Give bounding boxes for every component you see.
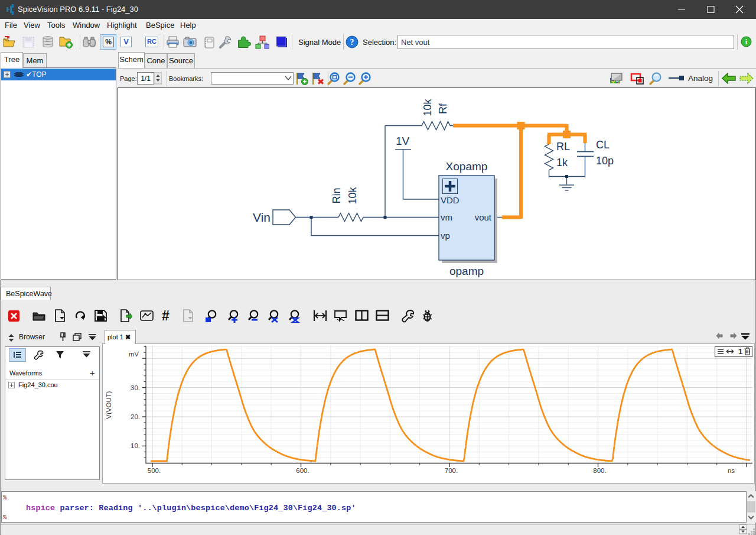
svg-text:1V: 1V	[396, 135, 410, 147]
svg-text:20.: 20.	[131, 413, 140, 420]
svg-text:800.: 800.	[593, 467, 606, 474]
svg-text:CL: CL	[596, 139, 610, 151]
svg-text:VDD: VDD	[441, 195, 460, 205]
svg-text:ns: ns	[728, 467, 735, 474]
svg-text:?: ?	[350, 38, 354, 47]
svg-text:10.: 10.	[131, 442, 140, 449]
svg-text:1: 1	[738, 347, 742, 356]
svg-text:1k: 1k	[556, 157, 568, 168]
svg-text:mV: mV	[129, 351, 139, 358]
svg-text:vp: vp	[441, 231, 450, 241]
svg-text:700.: 700.	[445, 467, 458, 474]
svg-text:Rin: Rin	[331, 187, 343, 203]
svg-text:10k: 10k	[422, 98, 434, 116]
svg-text:RL: RL	[556, 141, 570, 153]
svg-text:i: i	[745, 37, 748, 46]
svg-text:Rf: Rf	[437, 103, 449, 114]
svg-text:vm: vm	[441, 212, 452, 222]
svg-text:vout: vout	[475, 212, 492, 222]
svg-text:Vin: Vin	[253, 210, 271, 224]
svg-text:Xopamp: Xopamp	[446, 160, 488, 173]
svg-text:10k: 10k	[347, 186, 359, 204]
svg-text:V(VOUT): V(VOUT)	[105, 391, 112, 419]
svg-text:opamp: opamp	[449, 265, 484, 277]
svg-text:600.: 600.	[296, 467, 309, 474]
svg-text:10p: 10p	[596, 155, 614, 167]
svg-text:30.: 30.	[131, 384, 140, 391]
svg-text:500.: 500.	[148, 467, 161, 474]
